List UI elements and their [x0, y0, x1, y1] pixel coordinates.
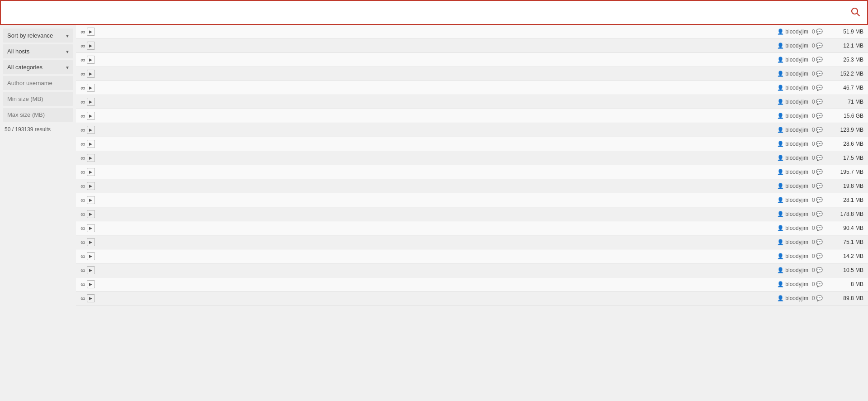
comment-count: 0: [812, 169, 815, 175]
author-cell: 👤 bloodyjim: [768, 85, 808, 91]
row-meta: 👤 bloodyjim 0 💬 28.1 MB: [755, 197, 863, 203]
row-icons: ∞ ▶: [81, 252, 95, 260]
host-select[interactable]: All hosts: [3, 44, 73, 58]
play-icon: ▶: [87, 126, 95, 134]
user-icon: 👤: [777, 71, 784, 77]
infinity-icon: ∞: [81, 182, 85, 190]
table-row[interactable]: ∞ ▶ 👤 bloodyjim 0 💬 28.1 MB: [76, 193, 868, 207]
category-select-wrapper: All categories ▼: [3, 60, 73, 74]
infinity-icon: ∞: [81, 56, 85, 63]
table-row[interactable]: ∞ ▶ 👤 bloodyjim 0 💬 15.6 GB: [76, 109, 868, 123]
size-cell: 178.8 MB: [832, 211, 863, 217]
sort-select[interactable]: Sort by relevance: [3, 29, 73, 43]
play-icon: ▶: [87, 182, 95, 190]
user-icon: 👤: [777, 183, 784, 189]
main-layout: Sort by relevance ▼ All hosts ▼ All cate…: [0, 25, 868, 401]
row-meta: 👤 bloodyjim 0 💬 15.6 GB: [755, 113, 863, 119]
comment-icon: 💬: [816, 141, 823, 147]
table-row[interactable]: ∞ ▶ 👤 bloodyjim 0 💬 71 MB: [76, 95, 868, 109]
user-icon: 👤: [777, 127, 784, 133]
author-name: bloodyjim: [785, 183, 808, 189]
comment-icon: 💬: [816, 211, 823, 217]
play-icon: ▶: [87, 140, 95, 148]
comments-cell: 0 💬: [812, 43, 828, 49]
table-row[interactable]: ∞ ▶ 👤 bloodyjim 0 💬 75.1 MB: [76, 235, 868, 249]
comments-cell: 0 💬: [812, 281, 828, 287]
results-count: 50 / 193139 results: [5, 126, 73, 133]
author-name: bloodyjim: [785, 211, 808, 217]
search-button[interactable]: [848, 5, 863, 20]
comments-cell: 0 💬: [812, 197, 828, 203]
max-size-input[interactable]: [3, 108, 73, 122]
row-icons: ∞ ▶: [81, 182, 95, 190]
infinity-icon: ∞: [81, 281, 85, 288]
play-icon: ▶: [87, 280, 95, 288]
author-name: bloodyjim: [785, 85, 808, 91]
row-icons: ∞ ▶: [81, 42, 95, 50]
table-row[interactable]: ∞ ▶ 👤 bloodyjim 0 💬 152.2 MB: [76, 67, 868, 81]
user-icon: 👤: [777, 57, 784, 63]
row-meta: 👤 bloodyjim 0 💬 89.8 MB: [755, 295, 863, 301]
play-icon: ▶: [87, 112, 95, 120]
play-icon: ▶: [87, 210, 95, 218]
table-row[interactable]: ∞ ▶ 👤 bloodyjim 0 💬 178.8 MB: [76, 207, 868, 221]
comment-icon: 💬: [816, 225, 823, 231]
comments-cell: 0 💬: [812, 113, 828, 119]
author-cell: 👤 bloodyjim: [768, 113, 808, 119]
table-row[interactable]: ∞ ▶ 👤 bloodyjim 0 💬 51.9 MB: [76, 25, 868, 39]
comment-icon: 💬: [816, 239, 823, 245]
comment-count: 0: [812, 239, 815, 245]
author-name: bloodyjim: [785, 253, 808, 259]
table-row[interactable]: ∞ ▶ 👤 bloodyjim 0 💬 14.2 MB: [76, 249, 868, 263]
size-cell: 75.1 MB: [832, 239, 863, 245]
table-row[interactable]: ∞ ▶ 👤 bloodyjim 0 💬 12.1 MB: [76, 39, 868, 53]
row-icons: ∞ ▶: [81, 238, 95, 246]
comment-icon: 💬: [816, 85, 823, 91]
infinity-icon: ∞: [81, 210, 85, 218]
size-cell: 17.5 MB: [832, 155, 863, 161]
author-name: bloodyjim: [785, 57, 808, 63]
comments-cell: 0 💬: [812, 253, 828, 259]
host-select-wrapper: All hosts ▼: [3, 44, 73, 58]
table-row[interactable]: ∞ ▶ 👤 bloodyjim 0 💬 19.8 MB: [76, 179, 868, 193]
author-cell: 👤 bloodyjim: [768, 57, 808, 63]
row-meta: 👤 bloodyjim 0 💬 178.8 MB: [755, 211, 863, 217]
comment-count: 0: [812, 99, 815, 105]
min-size-input[interactable]: [3, 92, 73, 106]
table-row[interactable]: ∞ ▶ 👤 bloodyjim 0 💬 8 MB: [76, 277, 868, 291]
play-icon: ▶: [87, 42, 95, 50]
author-name: bloodyjim: [785, 197, 808, 203]
search-icon: [850, 6, 861, 17]
size-cell: 19.8 MB: [832, 183, 863, 189]
row-icons: ∞ ▶: [81, 224, 95, 232]
row-meta: 👤 bloodyjim 0 💬 19.8 MB: [755, 183, 863, 189]
user-icon: 👤: [777, 99, 784, 105]
row-meta: 👤 bloodyjim 0 💬 25.3 MB: [755, 57, 863, 63]
search-input[interactable]: malavida: [5, 7, 848, 18]
comment-count: 0: [812, 197, 815, 203]
comment-icon: 💬: [816, 113, 823, 119]
table-row[interactable]: ∞ ▶ 👤 bloodyjim 0 💬 46.7 MB: [76, 81, 868, 95]
comments-cell: 0 💬: [812, 29, 828, 35]
table-row[interactable]: ∞ ▶ 👤 bloodyjim 0 💬 123.9 MB: [76, 123, 868, 137]
category-select[interactable]: All categories: [3, 60, 73, 74]
author-name: bloodyjim: [785, 239, 808, 245]
author-name: bloodyjim: [785, 99, 808, 105]
table-row[interactable]: ∞ ▶ 👤 bloodyjim 0 💬 89.8 MB: [76, 291, 868, 306]
comment-count: 0: [812, 267, 815, 273]
row-meta: 👤 bloodyjim 0 💬 17.5 MB: [755, 155, 863, 161]
table-row[interactable]: ∞ ▶ 👤 bloodyjim 0 💬 25.3 MB: [76, 53, 868, 67]
play-icon: ▶: [87, 252, 95, 260]
user-icon: 👤: [777, 197, 784, 203]
author-name: bloodyjim: [785, 43, 808, 49]
table-row[interactable]: ∞ ▶ 👤 bloodyjim 0 💬 17.5 MB: [76, 151, 868, 165]
comment-count: 0: [812, 43, 815, 49]
author-cell: 👤 bloodyjim: [768, 281, 808, 287]
table-row[interactable]: ∞ ▶ 👤 bloodyjim 0 💬 28.6 MB: [76, 137, 868, 151]
table-row[interactable]: ∞ ▶ 👤 bloodyjim 0 💬 10.5 MB: [76, 263, 868, 277]
table-row[interactable]: ∞ ▶ 👤 bloodyjim 0 💬 195.7 MB: [76, 165, 868, 179]
table-row[interactable]: ∞ ▶ 👤 bloodyjim 0 💬 90.4 MB: [76, 221, 868, 235]
row-meta: 👤 bloodyjim 0 💬 152.2 MB: [755, 71, 863, 77]
author-cell: 👤 bloodyjim: [768, 267, 808, 273]
author-username-input[interactable]: [3, 76, 73, 90]
